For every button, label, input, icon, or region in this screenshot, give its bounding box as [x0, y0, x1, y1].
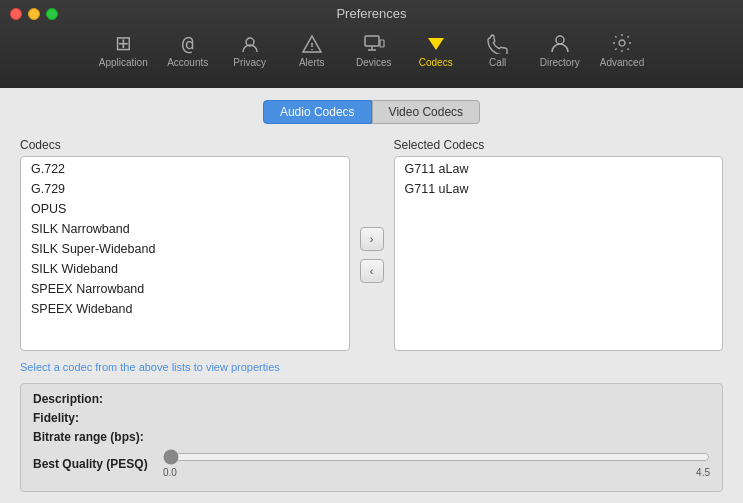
- toolbar-item-codecs[interactable]: Codecs: [406, 25, 466, 72]
- codecs-right-list[interactable]: G711 aLaw G711 uLaw: [394, 156, 724, 351]
- hint-prefix: Select a codec from the: [20, 361, 139, 373]
- svg-marker-7: [428, 38, 444, 50]
- fidelity-label: Fidelity:: [33, 411, 163, 425]
- list-item[interactable]: SILK Wideband: [21, 259, 349, 279]
- quality-row: Best Quality (PESQ) 0.0 4.5: [33, 449, 710, 478]
- toolbar-item-directory[interactable]: Directory: [530, 25, 590, 72]
- move-left-button[interactable]: ‹: [360, 259, 384, 283]
- svg-point-9: [619, 40, 625, 46]
- svg-point-8: [556, 36, 564, 44]
- toolbar-item-accounts[interactable]: @ Accounts: [158, 27, 218, 72]
- call-icon: [487, 29, 509, 55]
- toolbar-label-privacy: Privacy: [233, 57, 266, 68]
- advanced-icon: [611, 29, 633, 55]
- tab-bar: Audio Codecs Video Codecs: [20, 100, 723, 124]
- properties-section: Description: Fidelity: Bitrate range (bp…: [20, 383, 723, 492]
- codecs-right-title: Selected Codecs: [394, 138, 724, 152]
- list-item[interactable]: SPEEX Wideband: [21, 299, 349, 319]
- list-item[interactable]: G711 uLaw: [395, 179, 723, 199]
- toolbar: ⊞ Application @ Accounts Privacy: [0, 25, 743, 76]
- slider-max-label: 4.5: [696, 467, 710, 478]
- list-item[interactable]: G.722: [21, 159, 349, 179]
- codecs-left-title: Codecs: [20, 138, 350, 152]
- description-label: Description:: [33, 392, 163, 406]
- svg-point-2: [311, 49, 313, 51]
- slider-min-label: 0.0: [163, 467, 177, 478]
- directory-icon: [549, 29, 571, 55]
- quality-label: Best Quality (PESQ): [33, 457, 163, 471]
- hint-text: Select a codec from the above lists to v…: [20, 361, 723, 373]
- list-item[interactable]: SPEEX Narrowband: [21, 279, 349, 299]
- fidelity-row: Fidelity:: [33, 411, 710, 425]
- codecs-left-list[interactable]: G.722 G.729 OPUS SILK Narrowband SILK Su…: [20, 156, 350, 351]
- list-item[interactable]: G711 aLaw: [395, 159, 723, 179]
- arrow-left-icon: ‹: [370, 265, 374, 277]
- toolbar-item-privacy[interactable]: Privacy: [220, 28, 280, 72]
- toolbar-label-alerts: Alerts: [299, 57, 325, 68]
- svg-rect-3: [365, 36, 379, 46]
- svg-rect-6: [380, 40, 384, 47]
- list-item[interactable]: SILK Super-Wideband: [21, 239, 349, 259]
- toolbar-label-advanced: Advanced: [600, 57, 644, 68]
- quality-slider[interactable]: [163, 449, 710, 465]
- codecs-icon: [425, 29, 447, 55]
- hint-suffix: to view properties: [191, 361, 280, 373]
- arrow-right-icon: ›: [370, 233, 374, 245]
- tab-audio-codecs[interactable]: Audio Codecs: [263, 100, 372, 124]
- toolbar-label-codecs: Codecs: [419, 57, 453, 68]
- bitrate-label: Bitrate range (bps):: [33, 430, 163, 444]
- toolbar-item-advanced[interactable]: Advanced: [592, 25, 652, 72]
- codec-section: Codecs G.722 G.729 OPUS SILK Narrowband …: [20, 138, 723, 351]
- tab-video-codecs[interactable]: Video Codecs: [372, 100, 481, 124]
- toolbar-label-devices: Devices: [356, 57, 392, 68]
- hint-link[interactable]: above lists: [139, 361, 191, 373]
- move-right-button[interactable]: ›: [360, 227, 384, 251]
- toolbar-item-alerts[interactable]: Alerts: [282, 28, 342, 72]
- toolbar-item-call[interactable]: Call: [468, 25, 528, 72]
- bitrate-row: Bitrate range (bps):: [33, 430, 710, 444]
- toolbar-item-application[interactable]: ⊞ Application: [91, 27, 156, 72]
- toolbar-label-call: Call: [489, 57, 506, 68]
- window-title: Preferences: [0, 6, 743, 21]
- arrow-column: › ‹: [360, 138, 384, 351]
- codecs-right-panel: Selected Codecs G711 aLaw G711 uLaw: [394, 138, 724, 351]
- alerts-icon: [301, 32, 323, 55]
- slider-labels: 0.0 4.5: [163, 467, 710, 478]
- toolbar-item-devices[interactable]: Devices: [344, 25, 404, 72]
- devices-icon: [363, 29, 385, 55]
- toolbar-label-directory: Directory: [540, 57, 580, 68]
- toolbar-label-accounts: Accounts: [167, 57, 208, 68]
- privacy-icon: [239, 32, 261, 55]
- toolbar-label-application: Application: [99, 57, 148, 68]
- codecs-left-panel: Codecs G.722 G.729 OPUS SILK Narrowband …: [20, 138, 350, 351]
- list-item[interactable]: G.729: [21, 179, 349, 199]
- quality-slider-container: 0.0 4.5: [163, 449, 710, 478]
- list-item[interactable]: OPUS: [21, 199, 349, 219]
- accounts-icon: @: [182, 31, 194, 55]
- description-row: Description:: [33, 392, 710, 406]
- list-item[interactable]: SILK Narrowband: [21, 219, 349, 239]
- application-icon: ⊞: [115, 31, 132, 55]
